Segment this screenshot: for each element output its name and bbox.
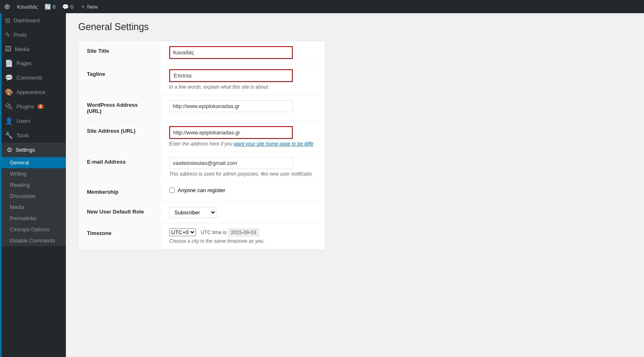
default-role-wrapper: Subscriber Contributor Author Editor Adm… [169,207,317,218]
media-icon: 🖼 [5,45,12,53]
wp-address-input[interactable] [169,100,293,112]
tagline-row: Tagline In a few words, explain what thi… [79,64,325,95]
wp-address-label: WordPress Address (URL) [79,95,161,121]
sidebar-item-comments[interactable]: 💬 Comments [0,70,66,85]
comments-menu-icon: 💬 [5,74,13,82]
settings-submenu: General Writing Reading Discussion Media… [0,157,66,246]
default-role-row: New User Default Role Subscriber Contrib… [79,202,325,223]
page-title: General Settings [78,21,632,33]
submenu-item-writing[interactable]: Writing [0,168,66,179]
site-address-hint: Enter the address here if you want your … [169,141,317,147]
tools-icon: 🔧 [5,132,13,139]
tagline-input[interactable] [169,69,293,82]
timezone-hint: Choose a city in the same timezone as yo… [169,238,317,244]
dashboard-icon: ⊞ [5,16,10,24]
new-item[interactable]: ＋ New [80,3,98,10]
site-address-row: Site Address (URL) Enter the address her… [79,121,325,152]
sidebar: ⊞ Dashboard ✎ Posts 🖼 Media 📄 Pages 💬 Co… [0,13,66,357]
sidebar-item-plugins[interactable]: 🔌 Plugins 2 [0,99,66,114]
plugins-badge: 2 [37,104,44,109]
timezone-wrapper: UTC+0 UTC time is 2015-09-03 [169,228,317,236]
utc-label: UTC time is 2015-09-03 [201,230,259,235]
sidebar-item-media[interactable]: 🖼 Media [0,42,66,56]
wp-address-cell [161,95,325,121]
wp-address-row: WordPress Address (URL) [79,95,325,121]
site-address-input[interactable] [169,126,293,139]
posts-icon: ✎ [5,31,10,39]
settings-icon: ⚙ [7,146,12,154]
timezone-select[interactable]: UTC+0 [169,228,196,236]
site-name[interactable]: Καναδάς [17,4,38,10]
submenu-item-reading[interactable]: Reading [0,179,66,190]
submenu-item-general[interactable]: General [0,157,66,168]
tagline-label: Tagline [79,64,161,95]
submenu-item-permalinks[interactable]: Permalinks [0,213,66,224]
tagline-hint: In a few words, explain what this site i… [169,84,317,90]
email-input[interactable] [169,157,293,169]
submenu-item-media-settings[interactable]: Media [0,202,66,213]
membership-label: Membership [79,182,161,202]
timezone-cell: UTC+0 UTC time is 2015-09-03 Choose a ci… [161,223,325,249]
submenu-item-cincopa[interactable]: Cincopa Options [0,224,66,235]
email-row: E-mail Address This address is used for … [79,152,325,182]
comments-item[interactable]: 💬 0 [62,4,73,10]
default-role-select[interactable]: Subscriber Contributor Author Editor Adm… [169,207,217,218]
sidebar-item-users[interactable]: 👤 Users [0,114,66,128]
membership-row: Membership Anyone can register [79,182,325,202]
submenu-item-disable-comments[interactable]: Disable Comments [0,235,66,246]
utc-value: 2015-09-03 [228,228,259,237]
sidebar-item-appearance[interactable]: 🎨 Appearance [0,85,66,99]
site-address-hint-link[interactable]: want your site home page to be diffe [234,141,313,147]
site-title-input[interactable] [169,46,293,59]
submenu-item-discussion[interactable]: Discussion [0,190,66,202]
timezone-row: Timezone UTC+0 UTC time is 2015-09-03 Ch… [79,223,325,249]
plus-icon: ＋ [80,3,86,10]
updates-icon: 🔄 [44,4,51,10]
sidebar-item-settings[interactable]: ⚙ Settings [0,143,66,157]
settings-form: Site Title Tagline In a few words, expla… [78,41,325,249]
appearance-icon: 🎨 [5,88,13,96]
plugins-icon: 🔌 [5,103,13,110]
timezone-label: Timezone [79,223,161,249]
membership-checkbox-row: Anyone can register [169,187,317,193]
site-title-cell [161,41,325,64]
site-title-label: Site Title [79,41,161,64]
updates-item[interactable]: 🔄 6 [44,4,56,10]
sidebar-item-posts[interactable]: ✎ Posts [0,28,66,42]
sidebar-item-pages[interactable]: 📄 Pages [0,56,66,70]
membership-cell: Anyone can register [161,182,325,202]
site-address-label: Site Address (URL) [79,121,161,152]
main-content: General Settings Site Title Tagline In a… [66,13,644,357]
admin-bar: ⊕ Καναδάς 🔄 6 💬 0 ＋ New [0,0,644,13]
wp-logo[interactable]: ⊕ [4,2,10,11]
membership-checkbox-label: Anyone can register [178,187,226,193]
membership-checkbox[interactable] [169,188,175,193]
email-label: E-mail Address [79,152,161,182]
pages-icon: 📄 [5,59,13,67]
sidebar-item-dashboard[interactable]: ⊞ Dashboard [0,13,66,28]
users-icon: 👤 [5,117,13,125]
default-role-cell: Subscriber Contributor Author Editor Adm… [161,202,325,223]
tagline-cell: In a few words, explain what this site i… [161,64,325,95]
wp-icon: ⊕ [4,2,10,11]
sidebar-item-tools[interactable]: 🔧 Tools [0,128,66,143]
comments-icon: 💬 [62,4,69,10]
site-address-cell: Enter the address here if you want your … [161,121,325,152]
default-role-label: New User Default Role [79,202,161,223]
email-cell: This address is used for admin purposes,… [161,152,325,182]
site-title-row: Site Title [79,41,325,64]
email-hint: This address is used for admin purposes,… [169,171,317,177]
